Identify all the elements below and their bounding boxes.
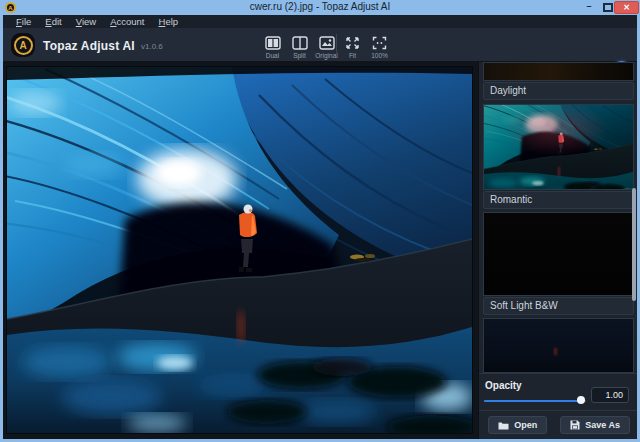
original-view-icon <box>318 35 335 50</box>
zoom-100-button[interactable]: 100% <box>367 35 392 59</box>
menu-help[interactable]: Help <box>152 15 186 28</box>
opacity-label: Opacity <box>485 380 522 391</box>
menu-file[interactable]: File <box>9 15 38 28</box>
preset-label: Daylight <box>483 82 634 100</box>
preset-thumbnail-next <box>483 318 634 373</box>
preset-label: Romantic <box>483 191 634 209</box>
preset-card-next[interactable] <box>483 318 634 373</box>
zoom-100-icon <box>371 35 388 50</box>
preset-thumbnail-romantic <box>483 104 634 190</box>
preset-list[interactable]: Daylight Romantic Soft Light B&W <box>479 62 637 373</box>
opacity-section: Opacity 1.00 <box>479 373 637 410</box>
dual-view-icon <box>264 35 281 50</box>
app-version: v1.0.6 <box>141 42 163 51</box>
logo-letter: A <box>14 36 33 55</box>
maximize-button[interactable] <box>603 3 613 12</box>
preset-thumbnail-daylight <box>483 62 634 81</box>
view-mode-group: Dual Split Original <box>260 35 339 59</box>
window-title: cwer.ru (2).jpg - Topaz Adjust AI <box>0 1 640 12</box>
split-view-button[interactable]: Split <box>287 35 312 59</box>
fit-icon <box>344 35 361 50</box>
minimize-button[interactable]: – <box>582 0 596 14</box>
toolbar-divider <box>336 34 337 56</box>
app-title: Topaz Adjust AI <box>43 39 135 53</box>
folder-icon <box>498 421 509 430</box>
presets-scrollbar[interactable] <box>632 188 636 301</box>
close-button[interactable]: ✕ <box>614 1 639 14</box>
image-canvas[interactable] <box>3 62 478 439</box>
presets-panel: Daylight Romantic Soft Light B&W <box>478 62 637 439</box>
titlebar[interactable]: A cwer.ru (2).jpg - Topaz Adjust AI – ✕ <box>0 0 640 15</box>
preset-card-softlight-bw[interactable]: Soft Light B&W <box>483 212 634 315</box>
app-header: A Topaz Adjust AI v1.0.6 Dual Split <box>3 28 637 62</box>
save-icon <box>570 420 580 430</box>
preset-card-daylight[interactable]: Daylight <box>483 62 634 100</box>
opacity-slider-fill <box>484 400 581 402</box>
preset-label: Soft Light B&W <box>483 297 634 315</box>
menubar: File Edit View Account Help <box>3 15 637 28</box>
menu-account[interactable]: Account <box>103 15 151 28</box>
dual-view-button[interactable]: Dual <box>260 35 285 59</box>
app-window: A cwer.ru (2).jpg - Topaz Adjust AI – ✕ … <box>0 0 640 442</box>
zoom-mode-group: Fit 100% <box>340 35 392 59</box>
menu-edit[interactable]: Edit <box>38 15 68 28</box>
split-view-icon <box>291 35 308 50</box>
preset-thumbnail-softlight-bw <box>483 212 634 296</box>
topaz-logo-icon: A <box>11 33 35 57</box>
panel-footer: Open Save As <box>479 410 637 439</box>
menu-view[interactable]: View <box>69 15 103 28</box>
save-as-button[interactable]: Save As <box>560 416 630 434</box>
opacity-slider-handle[interactable] <box>577 396 585 404</box>
romantic-tint-overlay <box>484 105 633 189</box>
open-button-label: Open <box>514 420 537 430</box>
photo-ice-cave[interactable] <box>7 67 472 433</box>
thumbnail-figure-speck <box>554 348 557 355</box>
fit-button[interactable]: Fit <box>340 35 365 59</box>
preset-card-romantic[interactable]: Romantic <box>483 104 634 209</box>
save-as-button-label: Save As <box>585 420 620 430</box>
opacity-value-field[interactable]: 1.00 <box>591 387 629 403</box>
open-button[interactable]: Open <box>488 416 547 434</box>
opacity-slider[interactable] <box>484 396 586 406</box>
